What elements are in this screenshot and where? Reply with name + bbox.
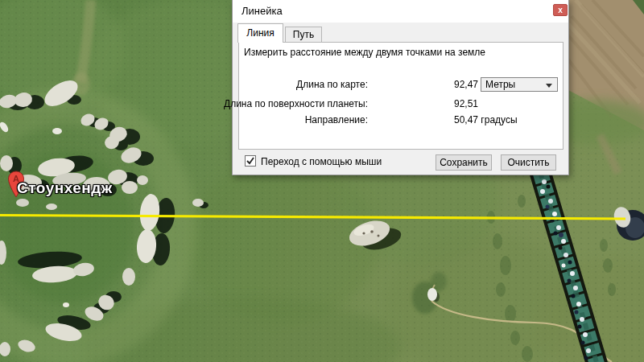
- close-icon[interactable]: x: [553, 4, 568, 16]
- map-length-label: Длина по карте:: [296, 79, 368, 90]
- place-label: Стоунхендж: [17, 179, 113, 197]
- ruler-dialog: Линейка x Линия Путь Измерить расстояние…: [232, 0, 569, 175]
- heading-value: 50,47 градусы: [454, 114, 518, 125]
- unit-selected: Метры: [485, 79, 515, 90]
- tab-content: Измерить расстояние между двумя точками …: [238, 42, 564, 150]
- dialog-titlebar[interactable]: Линейка x: [233, 0, 568, 23]
- clear-button[interactable]: Очистить: [501, 154, 556, 171]
- mouse-nav-label: Переход с помощью мыши: [261, 156, 382, 167]
- mouse-nav-checkbox[interactable]: [245, 155, 256, 167]
- surface-length-value: 92,51: [454, 98, 478, 109]
- map-length-value: 92,47: [454, 79, 478, 90]
- dialog-description: Измерить расстояние между двумя точками …: [244, 47, 485, 58]
- heading-label: Направление:: [305, 114, 368, 125]
- surface-length-label: Длина по поверхности планеты:: [224, 98, 368, 109]
- google-earth-window: A Стоунхендж Линейка x Линия Путь Измери…: [0, 0, 644, 362]
- tab-line[interactable]: Линия: [237, 23, 283, 43]
- tab-path[interactable]: Путь: [285, 27, 322, 42]
- unit-dropdown[interactable]: Метры: [481, 77, 558, 92]
- chevron-down-icon: [546, 84, 552, 88]
- save-button[interactable]: Сохранить: [436, 154, 492, 171]
- checkmark-icon: [246, 156, 255, 166]
- dialog-title: Линейка: [242, 0, 283, 22]
